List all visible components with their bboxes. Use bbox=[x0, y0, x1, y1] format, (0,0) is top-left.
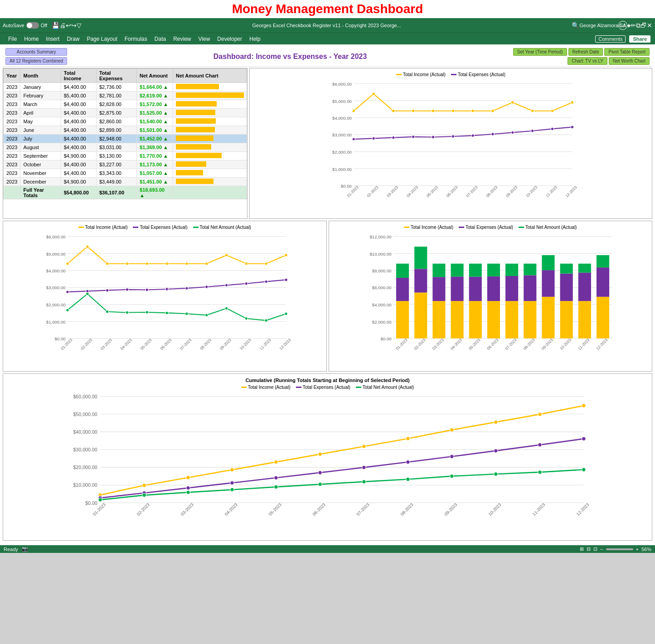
bottom-row: Cumulative (Running Totals Starting at B… bbox=[3, 373, 652, 541]
customize-icon[interactable]: ▽ bbox=[77, 22, 82, 29]
cell-bar bbox=[173, 100, 247, 109]
undo-icon[interactable]: ↩ bbox=[66, 22, 71, 29]
layout-icon[interactable]: ⊟ bbox=[587, 546, 591, 552]
save-icon[interactable]: 💾 bbox=[52, 22, 59, 29]
page-view-icon[interactable]: ⊡ bbox=[593, 546, 597, 552]
svg-point-85 bbox=[245, 262, 247, 265]
svg-point-225 bbox=[142, 493, 146, 497]
svg-text:$1,000.00: $1,000.00 bbox=[332, 167, 352, 172]
svg-point-40 bbox=[392, 136, 395, 139]
svg-rect-142 bbox=[469, 301, 481, 339]
svg-point-214 bbox=[186, 486, 190, 490]
cell-year: 2023 bbox=[4, 178, 20, 186]
cell-net: $1,057.00 ▲ bbox=[137, 169, 173, 178]
menu-data[interactable]: Data bbox=[151, 35, 170, 43]
window-icon[interactable]: ⧉ bbox=[636, 22, 640, 29]
svg-text:03-2023: 03-2023 bbox=[100, 338, 113, 351]
svg-point-228 bbox=[274, 485, 278, 489]
svg-point-45 bbox=[491, 133, 494, 136]
grid-view-icon[interactable]: ⊞ bbox=[580, 546, 584, 552]
accounts-summary-button[interactable]: Accounts Summary bbox=[5, 48, 67, 56]
net-worth-button[interactable]: Net Worth Chart bbox=[609, 57, 650, 65]
menu-view[interactable]: View bbox=[195, 35, 214, 43]
table-header-row: Year Month Total Income Total Expenses N… bbox=[4, 69, 247, 83]
svg-text:11-2023: 11-2023 bbox=[577, 338, 590, 351]
share-button[interactable]: Share bbox=[629, 35, 650, 43]
menu-page-layout[interactable]: Page Layout bbox=[83, 35, 121, 43]
legend-expenses-1: Total Expenses (Actual) bbox=[451, 72, 505, 77]
svg-rect-131 bbox=[414, 269, 427, 292]
print-icon[interactable]: 🖨 bbox=[59, 22, 66, 29]
cell-net: $1,664.00 ▲ bbox=[137, 83, 173, 92]
set-year-button[interactable]: Set Year (Time Period) bbox=[513, 48, 567, 56]
restore-icon[interactable]: 🗗 bbox=[640, 22, 647, 29]
refresh-date-button[interactable]: Refresh Date bbox=[568, 48, 603, 56]
zoom-out-icon[interactable]: − bbox=[600, 547, 603, 552]
svg-point-91 bbox=[126, 288, 128, 291]
cell-income: $4,400.00 bbox=[61, 169, 96, 178]
svg-point-206 bbox=[362, 445, 366, 449]
title-bar: Money Management Dashboard bbox=[0, 0, 655, 18]
svg-text:$0.00: $0.00 bbox=[55, 336, 66, 341]
svg-rect-152 bbox=[505, 264, 518, 276]
menu-draw[interactable]: Draw bbox=[63, 35, 83, 43]
legend-net-cum: Total Net Amount (Actual) bbox=[356, 385, 414, 390]
cumulative-title: Cumulative (Running Totals Starting at B… bbox=[7, 378, 648, 383]
right-btn-row1: Set Year (Time Period) Refresh Date Pivo… bbox=[513, 48, 650, 56]
svg-point-81 bbox=[165, 262, 168, 265]
svg-rect-144 bbox=[469, 264, 481, 277]
cell-month: November bbox=[20, 169, 61, 178]
svg-text:$3,000.00: $3,000.00 bbox=[46, 286, 66, 291]
col-month: Month bbox=[20, 69, 61, 83]
svg-point-48 bbox=[551, 127, 553, 130]
svg-rect-166 bbox=[578, 301, 591, 339]
menu-help[interactable]: Help bbox=[246, 35, 264, 43]
svg-point-87 bbox=[285, 254, 287, 257]
comments-button[interactable]: Comments bbox=[595, 35, 626, 43]
registers-combined-button[interactable]: All 12 Registers Combined bbox=[5, 57, 67, 65]
close-icon[interactable]: ✕ bbox=[647, 22, 652, 29]
cell-month: April bbox=[20, 109, 61, 117]
svg-rect-134 bbox=[432, 301, 445, 339]
cell-year: 2023 bbox=[4, 109, 20, 117]
ribbon-title: Georges Excel Checkbook Register v11 - C… bbox=[82, 23, 572, 28]
legend-income-label-2: Total Income (Actual) bbox=[85, 225, 128, 230]
pivot-table-button[interactable]: Pivot Table Report bbox=[604, 48, 650, 56]
menu-file[interactable]: File bbox=[5, 35, 20, 43]
menu-formulas[interactable]: Formulas bbox=[121, 35, 151, 43]
svg-point-93 bbox=[165, 288, 168, 291]
zoom-slider[interactable] bbox=[606, 548, 633, 550]
menu-review[interactable]: Review bbox=[170, 35, 194, 43]
menu-developer[interactable]: Developer bbox=[213, 35, 246, 43]
svg-text:08-2023: 08-2023 bbox=[399, 502, 414, 517]
cell-net: $1,369.00 ▲ bbox=[137, 143, 173, 152]
redo-icon[interactable]: ↪ bbox=[71, 22, 77, 29]
svg-point-97 bbox=[245, 282, 247, 285]
legend-expenses-2: Total Expenses (Actual) bbox=[133, 225, 187, 230]
svg-point-43 bbox=[451, 135, 454, 138]
autosave-toggle[interactable] bbox=[26, 22, 39, 29]
svg-point-34 bbox=[511, 101, 514, 104]
svg-rect-146 bbox=[487, 301, 500, 339]
svg-point-230 bbox=[362, 480, 366, 484]
svg-point-29 bbox=[412, 110, 414, 112]
svg-text:02-2023: 02-2023 bbox=[136, 502, 150, 517]
svg-point-215 bbox=[230, 481, 234, 485]
svg-point-205 bbox=[318, 452, 322, 456]
menu-home[interactable]: Home bbox=[20, 35, 42, 43]
svg-point-39 bbox=[372, 137, 375, 140]
chart1-legend: Total Income (Actual) Total Expenses (Ac… bbox=[253, 72, 648, 77]
pen-icon[interactable]: ✏ bbox=[631, 22, 636, 29]
diamond-icon[interactable]: ♦ bbox=[627, 22, 631, 29]
legend-income-cum: Total Income (Actual) bbox=[241, 385, 291, 390]
chart-tv-button[interactable]: Chart: TV vs LY bbox=[568, 57, 607, 65]
svg-point-80 bbox=[146, 262, 148, 265]
zoom-in-icon[interactable]: + bbox=[636, 547, 639, 552]
menu-insert[interactable]: Insert bbox=[42, 35, 63, 43]
svg-rect-156 bbox=[524, 264, 536, 276]
col-expenses: Total Expenses bbox=[96, 69, 136, 83]
svg-point-92 bbox=[146, 288, 148, 291]
search-icon[interactable]: 🔍 bbox=[572, 22, 579, 29]
autosave-area: AutoSave Off bbox=[3, 22, 47, 29]
svg-point-90 bbox=[106, 289, 108, 291]
